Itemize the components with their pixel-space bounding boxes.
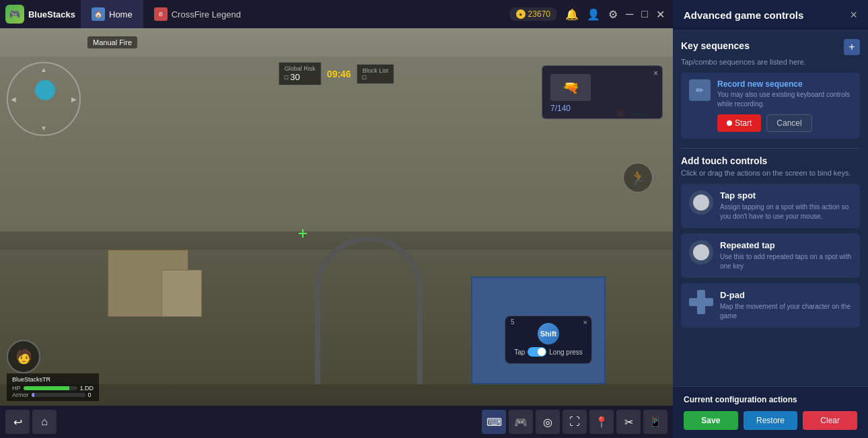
- add-sequence-button[interactable]: +: [844, 39, 860, 55]
- game-content: ⬛ Manual Fire ▲ ▼ ◀ ▶ Global Risk □: [0, 28, 673, 438]
- tap-spot-circle: [693, 194, 709, 211]
- tap-spot-icon: [689, 190, 713, 215]
- gun-image: 🔫: [550, 74, 591, 101]
- gamepad-button[interactable]: 🎮: [509, 410, 533, 434]
- section-divider-1: [681, 148, 860, 149]
- settings-icon[interactable]: ⚙: [608, 8, 618, 21]
- armor-value: 0: [88, 392, 92, 398]
- toggle-knob: [538, 348, 546, 356]
- location-button[interactable]: 📍: [589, 410, 614, 434]
- repeated-tap-content: Repeated tap Use this to add repeated ta…: [720, 240, 852, 271]
- panel-close-button[interactable]: ×: [850, 8, 857, 22]
- hp-bar: [24, 386, 77, 390]
- armor-fill: [32, 393, 34, 397]
- start-label: Start: [735, 118, 752, 128]
- back-button[interactable]: ↩: [5, 410, 30, 434]
- hp-row: HP 1.DD: [12, 385, 94, 392]
- gun-popup: × 🔫 7/140: [542, 65, 663, 119]
- coin-icon: ●: [516, 9, 526, 19]
- tap-spot-content: Tap spot Assign tapping on a spot with t…: [720, 190, 852, 221]
- center-hud: Global Risk □ 30 09:46 Block List □: [279, 62, 394, 85]
- expand-button[interactable]: ⛶: [563, 410, 587, 434]
- right-panel: Advanced game controls × Key sequences +…: [673, 0, 868, 438]
- touch-controls-subtitle: Click or drag the actions on the screen …: [681, 169, 860, 177]
- joystick[interactable]: ▲ ▼ ◀ ▶: [7, 62, 81, 136]
- title-bar: 🎮 BlueStacks 🏠 Home 🎯 CrossFire Legend ●…: [0, 0, 673, 28]
- record-description: You may also use existing keyboard contr…: [717, 90, 852, 109]
- mobile-button[interactable]: 📱: [643, 410, 667, 434]
- bottom-toolbar: ↩ ⌂ ⌨ 🎮 ◎ ⛶ 📍 ✂ 📱: [0, 406, 673, 438]
- tab-home[interactable]: 🏠 Home: [81, 0, 143, 28]
- record-sequence-card: ✏ Record new sequence You may also use e…: [681, 73, 860, 139]
- minimize-icon[interactable]: ─: [626, 8, 633, 20]
- toggle-switch[interactable]: [528, 347, 546, 357]
- panel-body: Key sequences + Tap/combo sequences are …: [673, 31, 868, 386]
- block-list-label: Block List: [363, 67, 389, 74]
- tab-bar: 🏠 Home 🎯 CrossFire Legend: [81, 0, 509, 28]
- dpad-item[interactable]: D-pad Map the movement of your character…: [681, 283, 860, 328]
- record-buttons: Start Cancel: [717, 114, 852, 132]
- shift-popup: × 5 Shift Tap Long press: [505, 316, 592, 364]
- repeated-tap-item[interactable]: Repeated tap Use this to add repeated ta…: [681, 233, 860, 278]
- key-sequences-subtitle: Tap/combo sequences are listed here.: [681, 58, 860, 66]
- record-pencil-icon: ✏: [696, 85, 704, 96]
- shift-popup-close[interactable]: ×: [583, 318, 587, 326]
- coins-value: 23670: [528, 9, 550, 19]
- close-window-icon[interactable]: ✕: [656, 8, 665, 21]
- tab-home-label: Home: [109, 9, 133, 20]
- repeated-tap-title: Repeated tap: [720, 240, 852, 250]
- tap-spot-item[interactable]: Tap spot Assign tapping on a spot with t…: [681, 184, 860, 228]
- app-name: BlueStacks: [28, 9, 75, 20]
- player-hud: 🧑 BlueStacksTR HP 1.DD Armor 0: [7, 340, 99, 401]
- tab-game[interactable]: 🎯 CrossFire Legend: [143, 0, 252, 28]
- ammo-count: 7/140: [550, 104, 654, 113]
- global-risk-box: Global Risk □ 30: [279, 62, 322, 85]
- arrow-right: ▶: [71, 96, 77, 103]
- cancel-button[interactable]: Cancel: [766, 114, 811, 132]
- tap-toggle-row: Tap Long press: [512, 347, 585, 357]
- global-risk-label: Global Risk: [285, 65, 316, 72]
- tap-spot-description: Assign tapping on a spot with this actio…: [720, 203, 852, 221]
- record-content: Record new sequence You may also use exi…: [717, 79, 852, 132]
- game-door: [315, 236, 423, 384]
- tap-label: Tap: [514, 349, 525, 356]
- profile-icon[interactable]: 👤: [587, 8, 600, 21]
- touch-controls-title: Add touch controls: [681, 155, 860, 166]
- start-dot-icon: [727, 120, 732, 126]
- gun-popup-close[interactable]: ×: [653, 69, 658, 78]
- coins-display: ● 23670: [509, 7, 557, 21]
- footer-title: Current configuration actions: [684, 395, 857, 404]
- dpad-icon: [689, 290, 713, 314]
- crosshair: [296, 227, 310, 240]
- start-button[interactable]: Start: [717, 114, 761, 132]
- player-stats: BlueStacksTR HP 1.DD Armor 0: [7, 373, 99, 401]
- run-button[interactable]: 🏃: [623, 163, 653, 192]
- shift-label: Shift: [540, 330, 556, 338]
- bell-icon[interactable]: 🔔: [565, 8, 579, 21]
- armor-bar: [32, 393, 85, 397]
- dpad-vertical: [697, 290, 705, 314]
- app-logo: 🎮 BlueStacks: [0, 0, 81, 28]
- joystick-area[interactable]: ▲ ▼ ◀ ▶: [7, 62, 81, 136]
- player-name: BlueStacksTR: [12, 376, 94, 383]
- maximize-icon[interactable]: □: [641, 8, 648, 20]
- panel-title: Advanced game controls: [684, 9, 803, 21]
- target-button[interactable]: ◎: [536, 410, 560, 434]
- hp-fill: [24, 386, 69, 390]
- keyboard-button[interactable]: ⌨: [482, 410, 506, 434]
- clear-button[interactable]: Clear: [803, 411, 857, 430]
- title-bar-right: ● 23670 🔔 👤 ⚙ ─ □ ✕: [509, 7, 673, 21]
- hp-value: 1.DD: [80, 385, 94, 392]
- joystick-knob: [35, 80, 55, 100]
- repeated-tap-icon: [689, 240, 713, 264]
- restore-button[interactable]: Restore: [744, 411, 798, 430]
- repeated-tap-description: Use this to add repeated taps on a spot …: [720, 252, 852, 271]
- hud-timer: 09:46: [327, 69, 351, 79]
- save-button[interactable]: Save: [684, 411, 738, 430]
- record-icon: ✏: [689, 79, 711, 101]
- arrow-up: ▲: [40, 66, 47, 73]
- scissors-button[interactable]: ✂: [616, 410, 641, 434]
- long-press-label: Long press: [549, 349, 582, 356]
- bluestacks-logo-icon: 🎮: [5, 5, 24, 24]
- home-button[interactable]: ⌂: [32, 410, 57, 434]
